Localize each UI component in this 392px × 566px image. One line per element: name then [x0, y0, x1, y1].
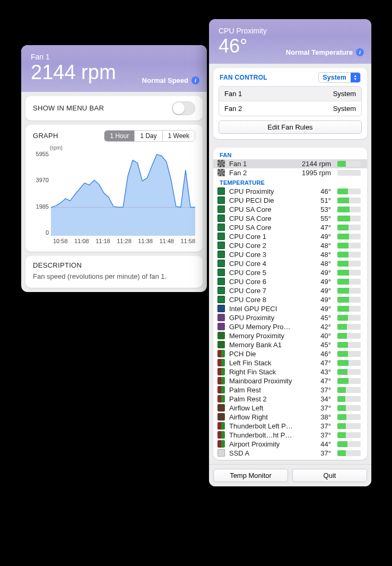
fan-control-row-mode: System	[333, 90, 356, 98]
y-tick: 1985	[33, 203, 49, 210]
fan-control-row[interactable]: Fan 2System	[219, 101, 361, 116]
show-in-menubar-toggle[interactable]	[172, 101, 195, 115]
chip-icon	[217, 359, 225, 366]
sensor-row-bar	[337, 198, 361, 203]
sensor-row-value: 1995 rpm	[297, 169, 333, 177]
sensor-row-name: CPU SA Core	[229, 224, 293, 231]
sensor-row-name: Fan 1	[229, 160, 293, 168]
temperature-section-label: TEMPERATURE	[213, 177, 367, 187]
graph-range-segmented[interactable]: 1 Hour1 Day1 Week	[104, 130, 195, 142]
sensor-status: Normal Speed i	[142, 76, 199, 84]
popover-footer: Temp Monitor Quit	[209, 464, 371, 486]
sensor-row-name: CPU Core 8	[229, 296, 293, 304]
chip-icon	[217, 323, 225, 330]
sensor-row-name: Palm Rest 2	[229, 395, 293, 403]
temperature-list-item[interactable]: GPU Proximity45°	[213, 313, 367, 322]
sensor-row-name: CPU Core 5	[229, 269, 293, 277]
temperature-list-item[interactable]: Airport Proximity44°	[213, 440, 367, 449]
temperature-list-item[interactable]: CPU Proximity46°	[213, 187, 367, 196]
temperature-list-item[interactable]: Thunderbolt…ht Proximity37°	[213, 431, 367, 440]
temperature-list-item[interactable]: CPU Core 248°	[213, 241, 367, 250]
graph-unit-label: (rpm)	[50, 145, 195, 151]
fan-control-label: FAN CONTROL	[220, 74, 267, 81]
sensor-row-name: GPU Proximity	[229, 314, 293, 322]
sensor-row-bar	[337, 216, 361, 221]
temperature-list-item[interactable]: Memory Bank A145°	[213, 340, 367, 349]
temperature-list-item[interactable]: CPU Core 348°	[213, 250, 367, 259]
graph-range-option[interactable]: 1 Hour	[104, 131, 134, 141]
temperature-list-item[interactable]: CPU Core 448°	[213, 259, 367, 268]
sensor-row-bar	[337, 234, 361, 239]
sensor-row-value: 37°	[297, 386, 333, 394]
sensor-row-name: GPU Memory Proximity	[229, 323, 293, 331]
fan-control-row[interactable]: Fan 1System	[219, 87, 361, 101]
chip-icon	[217, 260, 225, 267]
temperature-list-item[interactable]: Memory Proximity40°	[213, 331, 367, 340]
fan-list-item[interactable]: Fan 21995 rpm	[213, 168, 367, 177]
chip-icon	[217, 377, 225, 384]
sensor-row-name: CPU SA Core	[229, 215, 293, 222]
sensor-row-bar	[337, 225, 361, 230]
sensor-row-name: CPU Proximity	[229, 187, 293, 195]
chip-icon	[217, 205, 225, 213]
temperature-list-item[interactable]: CPU SA Core55°	[213, 214, 367, 223]
temperature-list-item[interactable]: SSD A37°	[213, 449, 367, 458]
sensor-row-bar	[337, 414, 361, 420]
temperature-list-item[interactable]: CPU SA Core47°	[213, 223, 367, 232]
temperature-list-item[interactable]: CPU SA Core53°	[213, 205, 367, 214]
quit-button[interactable]: Quit	[292, 469, 367, 482]
temperature-list-item[interactable]: Palm Rest 234°	[213, 395, 367, 404]
sensor-row-bar	[337, 324, 361, 330]
temperature-list-item[interactable]: CPU Core 549°	[213, 268, 367, 277]
primary-sensor-name: CPU Proximity	[219, 27, 362, 35]
temperature-list-item[interactable]: CPU PECI Die51°	[213, 196, 367, 205]
temperature-list-item[interactable]: Mainboard Proximity47°	[213, 376, 367, 385]
sensor-row-name: Thunderbolt…ht Proximity	[229, 431, 293, 439]
temperature-list-item[interactable]: CPU Core 749°	[213, 286, 367, 295]
temperature-list-item[interactable]: Thunderbolt Left Proximity37°	[213, 422, 367, 431]
sensor-row-name: CPU PECI Die	[229, 196, 293, 204]
chip-icon	[217, 368, 225, 375]
sensor-row-value: 37°	[297, 422, 333, 430]
temperature-list-item[interactable]: CPU Core 149°	[213, 232, 367, 241]
temperature-list-item[interactable]: Intel GPU PECI49°	[213, 304, 367, 313]
chip-icon	[217, 350, 225, 357]
chip-icon	[217, 296, 225, 303]
popover-header: CPU Proximity 46° Normal Temperature i	[209, 19, 371, 64]
graph-range-option[interactable]: 1 Day	[134, 131, 162, 141]
temp-monitor-button[interactable]: Temp Monitor	[213, 469, 288, 482]
temperature-list-item[interactable]: GPU Memory Proximity42°	[213, 322, 367, 331]
temperature-list-item[interactable]: Airflow Left37°	[213, 404, 367, 413]
edit-fan-rules-button[interactable]: Edit Fan Rules	[219, 121, 362, 134]
sensor-row-value: 48°	[297, 260, 333, 268]
sensor-row-value: 37°	[297, 449, 333, 457]
temperature-list-item[interactable]: Right Fin Stack43°	[213, 367, 367, 376]
primary-sensor-status: Normal Temperature i	[286, 48, 364, 56]
info-icon[interactable]: i	[356, 48, 364, 56]
graph-range-option[interactable]: 1 Week	[162, 131, 195, 141]
chip-icon	[217, 413, 225, 421]
sensor-row-value: 46°	[297, 187, 333, 195]
info-icon[interactable]: i	[191, 76, 199, 84]
fan-control-row-name: Fan 2	[224, 105, 242, 113]
fan-list-item[interactable]: Fan 12144 rpm	[213, 159, 367, 168]
sensor-row-value: 43°	[297, 368, 333, 376]
sensor-row-value: 49°	[297, 233, 333, 241]
sensor-row-value: 49°	[297, 278, 333, 286]
temperature-list-item[interactable]: Airflow Right38°	[213, 413, 367, 422]
show-in-menubar-label: SHOW IN MENU BAR	[33, 104, 104, 112]
fan-control-mode-select[interactable]: System ▴▾	[318, 72, 361, 83]
chip-icon	[217, 332, 225, 339]
temperature-list-item[interactable]: CPU Core 849°	[213, 295, 367, 304]
temperature-list-item[interactable]: CPU Core 649°	[213, 277, 367, 286]
sensor-row-name: CPU Core 6	[229, 278, 293, 286]
chip-icon	[217, 233, 225, 240]
graph-card: GRAPH 1 Hour1 Day1 Week (rpm) 5955397019…	[25, 125, 203, 252]
sensor-row-bar	[337, 279, 361, 285]
x-tick: 11:28	[117, 238, 132, 244]
sensor-row-name: CPU Core 7	[229, 287, 293, 295]
sensor-row-name: Airport Proximity	[229, 440, 293, 448]
temperature-list-item[interactable]: PCH Die46°	[213, 349, 367, 358]
temperature-list-item[interactable]: Left Fin Stack47°	[213, 358, 367, 367]
temperature-list-item[interactable]: Palm Rest37°	[213, 385, 367, 395]
